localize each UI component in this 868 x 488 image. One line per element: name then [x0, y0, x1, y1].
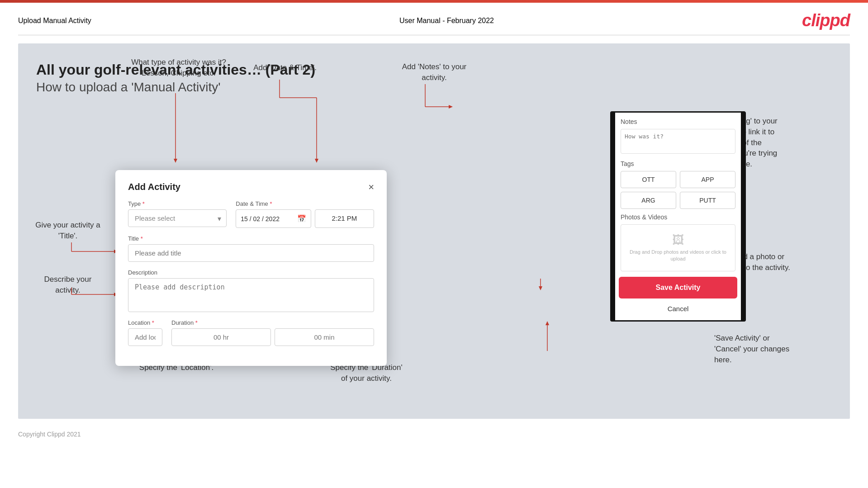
annotation-describe: Describe youractivity. — [32, 274, 104, 296]
svg-marker-6 — [315, 159, 318, 163]
title-input[interactable] — [128, 244, 374, 262]
tag-button-arg[interactable]: ARG — [621, 192, 676, 209]
duration-label: Duration * — [171, 319, 374, 326]
annotation-activity-type: What type of activity was it?Lesson, Chi… — [115, 57, 242, 79]
photo-upload-text: Drag and Drop photos and videos or click… — [626, 249, 730, 263]
type-label: Type * — [128, 200, 227, 207]
time-input[interactable]: 2:21 PM — [315, 209, 374, 228]
logo: clippd — [802, 11, 850, 30]
svg-marker-23 — [539, 286, 542, 290]
type-select[interactable]: Please select — [128, 209, 227, 227]
save-activity-button[interactable]: Save Activity — [619, 277, 737, 298]
duration-hr-input[interactable] — [171, 328, 271, 346]
tag-button-ott[interactable]: OTT — [621, 171, 676, 188]
tag-button-putt[interactable]: PUTT — [680, 192, 735, 209]
annotation-save-cancel: 'Save Activity' or'Cancel' your changesh… — [714, 333, 836, 365]
svg-marker-21 — [545, 321, 549, 325]
tag-button-app[interactable]: APP — [680, 171, 735, 188]
photos-label: Photos & Videos — [621, 213, 735, 221]
annotation-title: Give your activity a'Title'. — [32, 220, 104, 242]
datetime-label: Date & Time * — [236, 200, 374, 207]
description-label: Description — [128, 269, 374, 276]
page-label: Upload Manual Activity — [18, 17, 91, 25]
notes-textarea[interactable] — [621, 129, 735, 154]
manual-title: User Manual - February 2022 — [399, 17, 494, 25]
svg-marker-2 — [174, 159, 177, 163]
notes-label: Notes — [621, 118, 735, 125]
footer-copyright: Copyright Clippd 2021 — [0, 427, 868, 441]
location-label: Location * — [128, 319, 162, 326]
calendar-icon: 📅 — [297, 214, 306, 223]
title-label: Title * — [128, 235, 374, 242]
photo-upload-icon: 🖼 — [626, 233, 730, 247]
duration-min-input[interactable] — [275, 328, 374, 346]
annotation-date-time: Add 'Date & Time'. — [240, 62, 330, 73]
description-textarea[interactable] — [128, 278, 374, 312]
location-input[interactable] — [128, 328, 162, 346]
cancel-link[interactable]: Cancel — [668, 305, 689, 313]
modal-close-button[interactable]: × — [368, 182, 374, 192]
annotation-notes: Add 'Notes' to youractivity. — [389, 62, 479, 83]
add-activity-modal: Add Activity × Type * Please select Date… — [115, 170, 387, 366]
svg-marker-19 — [449, 105, 453, 109]
tags-label: Tags — [621, 160, 735, 167]
modal-title: Add Activity — [128, 182, 180, 192]
date-input[interactable]: 15 / 02 / 2022 📅 — [236, 209, 311, 228]
